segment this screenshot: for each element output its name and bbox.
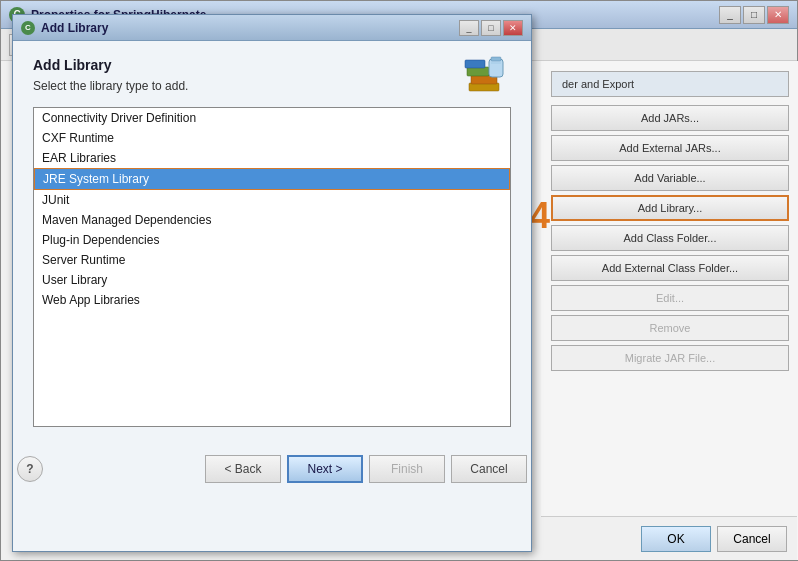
dialog-subtitle: Select the library type to add.: [33, 79, 511, 93]
dialog-footer: ? < Back Next > Finish Cancel: [13, 455, 531, 483]
add-variable-button[interactable]: Add Variable...: [551, 165, 789, 191]
dialog-win-buttons: _ □ ✕: [459, 20, 523, 36]
help-button[interactable]: ?: [17, 456, 43, 482]
migrate-jar-button[interactable]: Migrate JAR File...: [551, 345, 789, 371]
edit-button[interactable]: Edit...: [551, 285, 789, 311]
svg-rect-3: [465, 60, 485, 68]
bg-maximize-button[interactable]: □: [743, 6, 765, 24]
library-icon: [461, 55, 507, 95]
cancel-button[interactable]: Cancel: [451, 455, 527, 483]
list-item[interactable]: Web App Libraries: [34, 290, 510, 310]
svg-rect-2: [467, 67, 489, 76]
dialog-close-button[interactable]: ✕: [503, 20, 523, 36]
bg-minimize-button[interactable]: _: [719, 6, 741, 24]
library-list[interactable]: Connectivity Driver Definition CXF Runti…: [33, 107, 511, 427]
add-external-jars-button[interactable]: Add External JARs...: [551, 135, 789, 161]
add-jars-button[interactable]: Add JARs...: [551, 105, 789, 131]
svg-rect-4: [489, 59, 503, 77]
list-item[interactable]: CXF Runtime: [34, 128, 510, 148]
bg-bottom-buttons: OK Cancel: [541, 516, 797, 560]
list-item[interactable]: Maven Managed Dependencies: [34, 210, 510, 230]
dialog-minimize-button[interactable]: _: [459, 20, 479, 36]
add-class-folder-button[interactable]: Add Class Folder...: [551, 225, 789, 251]
list-item[interactable]: User Library: [34, 270, 510, 290]
bg-ok-button[interactable]: OK: [641, 526, 711, 552]
back-button[interactable]: < Back: [205, 455, 281, 483]
svg-rect-5: [491, 57, 501, 61]
list-item[interactable]: Connectivity Driver Definition: [34, 108, 510, 128]
add-library-button[interactable]: Add Library...: [551, 195, 789, 221]
dialog-title: Add Library: [41, 21, 459, 35]
list-item[interactable]: EAR Libraries: [34, 148, 510, 168]
next-button[interactable]: Next >: [287, 455, 363, 483]
add-external-class-folder-button[interactable]: Add External Class Folder...: [551, 255, 789, 281]
dialog-maximize-button[interactable]: □: [481, 20, 501, 36]
list-item[interactable]: Plug-in Dependencies: [34, 230, 510, 250]
add-library-dialog: C Add Library _ □ ✕ Add Library Select t…: [12, 14, 532, 552]
dialog-heading: Add Library: [33, 57, 511, 73]
bg-close-button[interactable]: ✕: [767, 6, 789, 24]
dialog-titlebar: C Add Library _ □ ✕: [13, 15, 531, 41]
bg-right-panel: der and Export Add JARs... Add External …: [541, 61, 798, 560]
bg-tab-label: der and Export: [562, 78, 634, 90]
list-item[interactable]: Server Runtime: [34, 250, 510, 270]
list-item-selected[interactable]: JRE System Library: [34, 168, 510, 190]
remove-button[interactable]: Remove: [551, 315, 789, 341]
footer-buttons: < Back Next > Finish Cancel: [205, 455, 527, 483]
bg-cancel-button[interactable]: Cancel: [717, 526, 787, 552]
list-item[interactable]: JUnit: [34, 190, 510, 210]
finish-button[interactable]: Finish: [369, 455, 445, 483]
bg-tab-area: der and Export: [551, 71, 789, 97]
dialog-content: Add Library Select the library type to a…: [13, 41, 531, 455]
dialog-app-icon: C: [21, 21, 35, 35]
bg-win-buttons: _ □ ✕: [719, 6, 789, 24]
bg-button-group: Add JARs... Add External JARs... Add Var…: [551, 105, 789, 371]
annotation-4: 4: [530, 195, 550, 237]
